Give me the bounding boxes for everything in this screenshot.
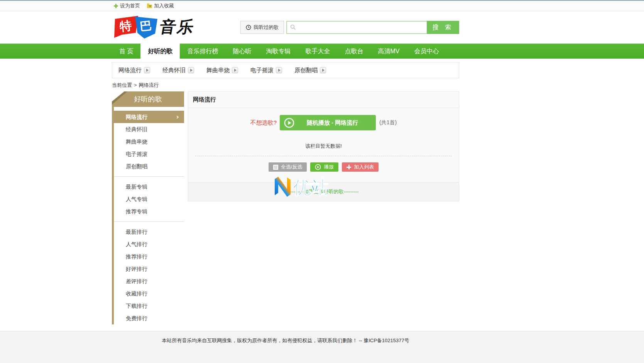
- add-to-list-label: 加入列表: [354, 164, 374, 171]
- svg-text:特: 特: [119, 19, 132, 34]
- sidebar: 好听的歌 网络流行 › 经典怀旧 舞曲串烧 电子摇滚 原创翻唱 最新专辑 人气专…: [112, 91, 184, 324]
- chevron-right-icon: ›: [176, 111, 179, 123]
- panel-body: 不想选歌? 随机播放 - 网络流行 (共1首) 该栏目暂无数据!: [188, 108, 459, 182]
- subnav-label: 网络流行: [118, 67, 142, 74]
- svg-text:巴: 巴: [139, 19, 152, 34]
- sidebar-item-recommended-ranking[interactable]: 推荐排行: [112, 250, 184, 263]
- clock-icon: [246, 25, 251, 30]
- content-panel: 网络流行 不想选歌? 随机播放 - 网络流行 (共1首) 该栏: [188, 91, 459, 201]
- play-arrow-icon[interactable]: [188, 67, 194, 73]
- set-home-link[interactable]: 设为首页: [114, 2, 140, 9]
- sidebar-item-download-ranking[interactable]: 下载排行: [112, 300, 184, 312]
- nav-item-home[interactable]: 首 页: [112, 44, 140, 59]
- footer-text: 本站所有音乐均来自互联网搜集，版权为原作者所有，如有侵犯权益，请联系我们删除！ …: [162, 338, 409, 343]
- plus-icon: [347, 165, 351, 169]
- breadcrumb: 当前位置>网络流行: [112, 82, 459, 89]
- sidebar-list: 网络流行 › 经典怀旧 舞曲串烧 电子摇滚 原创翻唱 最新专辑 人气专辑 推荐专…: [112, 107, 184, 324]
- search-zone: 我听过的歌 搜 索: [240, 21, 459, 34]
- svg-text:音乐: 音乐: [158, 18, 196, 36]
- dashed-divider: [195, 156, 452, 156]
- subnav-label: 原创翻唱: [294, 67, 318, 74]
- nav-item-member-center[interactable]: 会员中心: [407, 44, 446, 59]
- sidebar-item-popular-ranking[interactable]: 人气排行: [112, 238, 184, 250]
- panel-footer: ---------加载更多好听的歌---------: [188, 182, 459, 201]
- divider: [114, 176, 184, 177]
- add-favorite-link[interactable]: 加入收藏: [147, 2, 174, 9]
- nav-item-song-request[interactable]: 点歌台: [337, 44, 370, 59]
- sub-nav: 网络流行 经典怀旧 舞曲串烧 电子摇滚 原创翻唱: [112, 62, 459, 78]
- subnav-item-original-cover[interactable]: 原创翻唱: [294, 67, 326, 74]
- play-circle-icon: [284, 118, 294, 128]
- sidebar-item-good-review-ranking[interactable]: 好评排行: [112, 263, 184, 275]
- play-label: 播放: [324, 164, 334, 171]
- subnav-item-network-pop[interactable]: 网络流行: [118, 67, 150, 74]
- nav-item-good-songs[interactable]: 好听的歌: [140, 44, 180, 59]
- search-icon: [290, 24, 296, 30]
- main-nav: 首 页 好听的歌 音乐排行榜 随心听 淘歌专辑 歌手大全 点歌台 高清MV 会员…: [0, 44, 644, 59]
- header: 特 巴 音乐 我听过的歌: [0, 11, 644, 44]
- play-arrow-icon[interactable]: [232, 67, 238, 73]
- sidebar-header: 好听的歌: [112, 91, 184, 107]
- breadcrumb-separator: >: [134, 82, 137, 88]
- play-arrow-icon[interactable]: [320, 67, 326, 73]
- search-input[interactable]: [286, 21, 427, 34]
- sidebar-item-newest-ranking[interactable]: 最新排行: [112, 226, 184, 238]
- breadcrumb-current[interactable]: 网络流行: [139, 82, 159, 88]
- plus-icon: [114, 4, 118, 8]
- play-button[interactable]: 播放: [310, 162, 338, 172]
- subnav-label: 舞曲串烧: [206, 67, 230, 74]
- search-button[interactable]: 搜 索: [427, 21, 459, 34]
- sidebar-item-popular-albums[interactable]: 人气专辑: [112, 193, 184, 205]
- sidebar-item-favorite-ranking[interactable]: 收藏排行: [112, 287, 184, 300]
- site-logo[interactable]: 特 巴 音乐: [112, 14, 196, 41]
- sidebar-item-network-pop[interactable]: 网络流行 ›: [112, 111, 184, 123]
- sidebar-item-free-ranking[interactable]: 免费排行: [112, 312, 184, 324]
- select-all-button[interactable]: 全选/反选: [269, 162, 307, 172]
- nav-item-singers[interactable]: 歌手大全: [298, 44, 337, 59]
- subnav-item-electronic-rock[interactable]: 电子摇滚: [250, 67, 282, 74]
- topbar: 设为首页 加入收藏: [0, 0, 644, 11]
- nav-item-album-picks[interactable]: 淘歌专辑: [259, 44, 298, 59]
- subnav-label: 电子摇滚: [250, 67, 274, 74]
- nav-item-hd-mv[interactable]: 高清MV: [370, 44, 407, 59]
- sidebar-title: 好听的歌: [112, 91, 184, 107]
- sidebar-item-classic[interactable]: 经典怀旧: [112, 123, 184, 135]
- folder-icon: [147, 5, 152, 8]
- sidebar-item-electronic-rock[interactable]: 电子摇滚: [112, 148, 184, 160]
- page: 设为首页 加入收藏 特 巴 音乐: [0, 0, 644, 363]
- subnav-item-classic[interactable]: 经典怀旧: [162, 67, 194, 74]
- footer: 本站所有音乐均来自互联网搜集，版权为原作者所有，如有侵犯权益，请联系我们删除！ …: [0, 331, 644, 363]
- searchbox: 搜 索: [286, 21, 459, 34]
- subnav-label: 经典怀旧: [162, 67, 186, 74]
- sidebar-item-dance-mix[interactable]: 舞曲串烧: [112, 135, 184, 148]
- random-play-button[interactable]: 随机播放 - 网络流行: [280, 115, 376, 130]
- song-count-label: (共1首): [379, 119, 397, 126]
- prompt-label: 不想选歌?: [250, 119, 277, 127]
- logo-graphic: 特 巴 音乐: [112, 14, 196, 39]
- listened-songs-label: 我听过的歌: [254, 24, 279, 31]
- listened-songs-button[interactable]: 我听过的歌: [240, 21, 284, 34]
- random-play-row: 不想选歌? 随机播放 - 网络流行 (共1首): [188, 115, 459, 130]
- action-button-row: 全选/反选 播放 加入列表: [188, 162, 459, 182]
- empty-message: 该栏目暂无数据!: [188, 143, 459, 150]
- sidebar-item-newest-albums[interactable]: 最新专辑: [112, 181, 184, 193]
- sidebar-item-original-cover[interactable]: 原创翻唱: [112, 160, 184, 172]
- checkbox-icon: [273, 165, 278, 170]
- subnav-item-dance-mix[interactable]: 舞曲串烧: [206, 67, 238, 74]
- load-more-link[interactable]: ---------加载更多好听的歌---------: [289, 188, 359, 195]
- nav-item-music-ranking[interactable]: 音乐排行榜: [180, 44, 225, 59]
- add-to-list-button[interactable]: 加入列表: [342, 162, 379, 172]
- set-home-label: 设为首页: [120, 2, 140, 9]
- breadcrumb-label: 当前位置: [112, 82, 132, 88]
- play-arrow-icon[interactable]: [144, 67, 150, 73]
- divider: [114, 221, 184, 222]
- play-circle-icon: [315, 164, 321, 170]
- play-arrow-icon[interactable]: [276, 67, 282, 73]
- sidebar-item-bad-review-ranking[interactable]: 差评排行: [112, 275, 184, 287]
- nav-item-random-listen[interactable]: 随心听: [225, 44, 259, 59]
- sidebar-item-recommended-albums[interactable]: 推荐专辑: [112, 205, 184, 218]
- add-favorite-label: 加入收藏: [154, 2, 174, 9]
- random-play-label: 随机播放 - 网络流行: [294, 119, 376, 127]
- select-all-label: 全选/反选: [281, 164, 303, 171]
- sidebar-item-label: 网络流行: [126, 114, 147, 120]
